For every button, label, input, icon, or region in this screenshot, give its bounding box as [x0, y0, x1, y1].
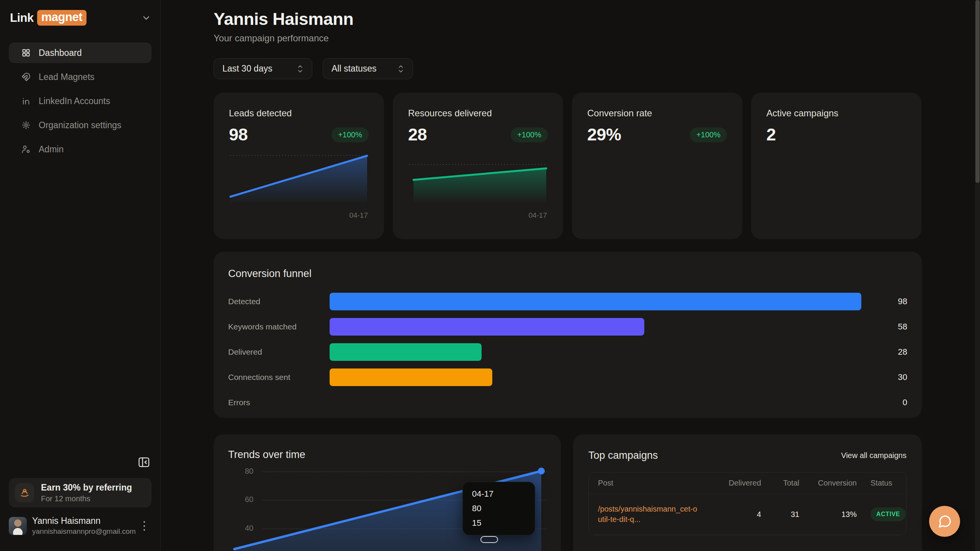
- referral-banner[interactable]: Earn 30% by referring For 12 months: [9, 478, 152, 507]
- spark-end-label: 04-17: [408, 211, 548, 220]
- column-header-status: Status: [857, 479, 897, 487]
- profile-email: yannishaismannpro@gmail.com: [32, 527, 136, 536]
- trend-badge: +100%: [511, 127, 548, 142]
- sidebar-item-label: Lead Magnets: [39, 72, 95, 82]
- conversion-funnel-panel: Conversion funnel Detected 98 Keywords m…: [214, 252, 922, 418]
- funnel-row-delivered: Delivered 28: [228, 339, 907, 365]
- sidebar-item-label: Organization settings: [39, 120, 121, 130]
- sidebar-item-linkedin-accounts[interactable]: LinkedIn Accounts: [9, 91, 152, 111]
- campaigns-title: Top campaigns: [588, 450, 658, 461]
- kebab-menu-icon[interactable]: ⋮: [137, 518, 152, 533]
- funnel-label: Keywords matched: [228, 322, 330, 331]
- profile-name: Yannis Haismann: [32, 516, 136, 526]
- trends-panel: Trends over time 80 60 40 04-17 80 1: [214, 434, 561, 551]
- funnel-bar: [330, 293, 861, 310]
- post-link[interactable]: /posts/yannishaismann_cet-outil-te-dit-q…: [598, 504, 698, 525]
- funnel-value: 30: [880, 372, 907, 382]
- sidebar-item-label: Admin: [39, 144, 64, 155]
- user-gear-icon: [21, 144, 31, 155]
- cell-total: 31: [761, 510, 799, 519]
- status-value: All statuses: [332, 64, 377, 74]
- date-range-value: Last 30 days: [222, 64, 272, 74]
- chart-scroll-handle[interactable]: [480, 536, 498, 543]
- funnel-row-connections-sent: Connections sent 30: [228, 365, 907, 390]
- spark-end-label: 04-17: [229, 211, 369, 220]
- view-all-campaigns-link[interactable]: View all campaigns: [841, 451, 906, 460]
- main-content: Yannis Haismann Your campaign performanc…: [161, 0, 980, 551]
- sidebar-item-dashboard[interactable]: Dashboard: [9, 42, 152, 63]
- referral-icon: [15, 483, 34, 502]
- filters: Last 30 days All statuses: [214, 58, 922, 79]
- tooltip-value-1: 80: [472, 504, 526, 514]
- sidebar-item-admin[interactable]: Admin: [9, 139, 152, 160]
- top-campaigns-panel: Top campaigns View all campaigns Post De…: [573, 434, 922, 551]
- trend-badge: +100%: [332, 127, 369, 142]
- stat-card-active-campaigns: Active campaigns 2: [751, 93, 921, 239]
- stat-card-conversion-rate: Conversion rate 29% +100%: [572, 93, 742, 239]
- magnet-icon: [21, 72, 31, 82]
- scrollbar-thumb[interactable]: [975, 0, 980, 183]
- stat-card-resources-delivered: Resources delivered 28 +100% 04-17: [393, 93, 563, 239]
- funnel-value: 58: [880, 322, 907, 332]
- data-point-dot: [538, 468, 545, 474]
- column-header-total: Total: [761, 479, 799, 487]
- stat-value: 29%: [587, 125, 621, 145]
- sidebar-nav: Dashboard Lead Magnets LinkedIn Accounts: [0, 42, 160, 160]
- stat-title: Leads detected: [229, 108, 369, 119]
- date-range-select[interactable]: Last 30 days: [214, 58, 312, 79]
- funnel-title: Conversion funnel: [228, 268, 907, 280]
- referral-title: Earn 30% by referring: [41, 483, 132, 493]
- stat-value: 98: [229, 125, 248, 145]
- gear-icon: [21, 120, 31, 130]
- stat-title: Resources delivered: [408, 108, 548, 119]
- trend-badge: +100%: [690, 127, 727, 142]
- avatar: [9, 517, 27, 535]
- user-profile[interactable]: Yannis Haismann yannishaismannpro@gmail.…: [9, 516, 152, 536]
- tooltip-value-2: 15: [472, 518, 526, 528]
- status-badge: ACTIVE: [871, 507, 906, 521]
- funnel-value: 28: [880, 347, 907, 357]
- logo-text: Link: [10, 11, 34, 25]
- funnel-label: Connections sent: [228, 373, 330, 382]
- page-title: Yannis Haismann: [214, 9, 922, 29]
- page-subtitle: Your campaign performance: [214, 33, 922, 44]
- column-header-delivered: Delivered: [715, 479, 761, 487]
- chevron-down-icon[interactable]: [141, 13, 151, 23]
- chat-bubble-icon: [938, 514, 952, 529]
- sparkline-leads: [229, 153, 369, 203]
- stat-cards: Leads detected 98 +100% 04-17: [214, 93, 922, 239]
- chart-tooltip: 04-17 80 15: [462, 482, 535, 535]
- logo-badge: magnet: [37, 10, 87, 26]
- chat-widget-button[interactable]: [929, 506, 960, 537]
- sidebar: Link magnet Dashboard Lead Magnets: [0, 0, 161, 551]
- select-updown-icon: [397, 64, 405, 74]
- funnel-label: Errors: [228, 398, 330, 407]
- stat-value: 28: [408, 125, 427, 145]
- column-header-post: Post: [598, 479, 715, 487]
- linkedin-icon: [21, 96, 31, 106]
- collapse-sidebar-icon[interactable]: [137, 455, 151, 469]
- select-updown-icon: [296, 64, 304, 74]
- status-select[interactable]: All statuses: [323, 58, 413, 79]
- sidebar-item-lead-magnets[interactable]: Lead Magnets: [9, 67, 152, 87]
- funnel-row-keywords-matched: Keywords matched 58: [228, 314, 907, 339]
- funnel-row-errors: Errors 0: [228, 390, 907, 415]
- sidebar-item-organization-settings[interactable]: Organization settings: [9, 115, 152, 135]
- funnel-label: Delivered: [228, 347, 330, 357]
- funnel-bar: [330, 343, 482, 361]
- stat-title: Active campaigns: [766, 108, 906, 119]
- column-header-conversion: Conversion: [799, 479, 857, 487]
- sparkline-resources: [408, 153, 548, 203]
- funnel-bar: [330, 318, 644, 336]
- dashboard-icon: [21, 47, 31, 58]
- funnel-row-detected: Detected 98: [228, 289, 907, 314]
- cell-conversion: 13%: [799, 510, 857, 519]
- campaigns-table: Post Delivered Total Conversion Status /…: [588, 472, 906, 535]
- funnel-value: 0: [880, 398, 907, 408]
- workspace-switcher[interactable]: Link magnet: [0, 0, 160, 26]
- funnel-bar: [330, 368, 492, 386]
- sidebar-item-label: Dashboard: [39, 48, 82, 58]
- cell-delivered: 4: [715, 510, 761, 519]
- sidebar-item-label: LinkedIn Accounts: [39, 96, 110, 106]
- scrollbar-track[interactable]: [975, 0, 980, 551]
